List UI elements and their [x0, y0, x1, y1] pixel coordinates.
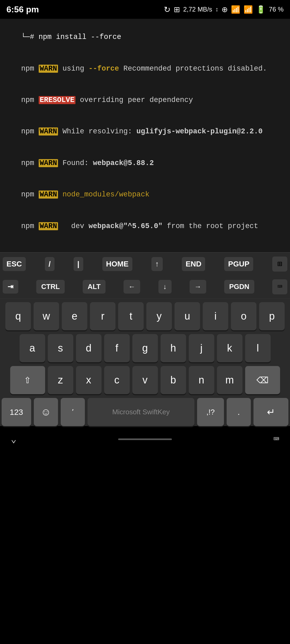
- terminal-line: npm WARN node_modules/webpack: [4, 179, 286, 210]
- comma-key[interactable]: ʼ: [61, 398, 85, 426]
- chevron-down-icon[interactable]: ⌄: [11, 433, 17, 445]
- shift-key[interactable]: ⇧: [10, 366, 45, 394]
- terminal-line: npm WARN Found: webpack@5.88.2: [4, 148, 286, 179]
- key-r[interactable]: r: [90, 302, 115, 330]
- enter-key[interactable]: ↵: [253, 398, 288, 426]
- key-o[interactable]: o: [231, 302, 256, 330]
- alt-key[interactable]: ALT: [83, 280, 106, 294]
- end-key[interactable]: END: [182, 257, 205, 271]
- emoji-key[interactable]: ☺: [34, 398, 58, 426]
- terminal-output[interactable]: └─# npm install --force npm WARN using -…: [0, 19, 290, 252]
- key-l[interactable]: l: [245, 334, 271, 362]
- tab-key[interactable]: ⇥: [3, 280, 18, 294]
- key-w[interactable]: w: [34, 302, 59, 330]
- terminal-line: npm WARN While resolving: uglifyjs-webpa…: [4, 116, 286, 147]
- terminal-line: npm ERESOLVE overriding peer dependency: [4, 85, 286, 116]
- warn-badge: WARN: [39, 65, 58, 73]
- numbers-key[interactable]: 123: [2, 398, 31, 426]
- key-v[interactable]: v: [132, 366, 158, 394]
- key-x[interactable]: x: [76, 366, 102, 394]
- pgup-key[interactable]: PGUP: [224, 257, 253, 271]
- right-arrow-key[interactable]: →: [190, 280, 206, 294]
- terminal-icon: ⊞: [174, 5, 180, 14]
- space-key[interactable]: Microsoft SwiftKey: [88, 398, 194, 426]
- key-e[interactable]: e: [62, 302, 87, 330]
- key-c[interactable]: c: [104, 366, 130, 394]
- key-h[interactable]: h: [161, 334, 186, 362]
- key-u[interactable]: u: [175, 302, 200, 330]
- keyboard-row-3: ⇧ z x c v b n m ⌫: [2, 366, 288, 394]
- network-speed: 2,72 MB/s: [183, 6, 212, 13]
- key-q[interactable]: q: [5, 302, 31, 330]
- backspace-key[interactable]: ⌫: [245, 366, 280, 394]
- key-s[interactable]: s: [48, 334, 73, 362]
- terminal-line: npm WARN using --force Recommended prote…: [4, 53, 286, 84]
- pgdn-key[interactable]: PGDN: [224, 280, 254, 294]
- gps-icon: ⊕: [222, 5, 228, 14]
- prompt-symbol: └─# npm install --force: [21, 33, 121, 41]
- ctrl-key[interactable]: CTRL: [36, 280, 64, 294]
- battery-icon: 🔋: [256, 5, 266, 14]
- up-arrow-key[interactable]: ↑: [151, 257, 163, 271]
- key-g[interactable]: g: [132, 334, 158, 362]
- down-arrow-key[interactable]: ↓: [158, 280, 172, 294]
- key-t[interactable]: t: [118, 302, 144, 330]
- status-bar: 6:56 pm ↻ ⊞ 2,72 MB/s ↕ ⊕ 📶 📶 🔋 76 %: [0, 0, 290, 19]
- key-i[interactable]: i: [203, 302, 228, 330]
- battery-level: 76 %: [269, 6, 284, 13]
- left-arrow-key[interactable]: ←: [124, 280, 140, 294]
- refresh-icon: ↻: [164, 5, 171, 14]
- nav-indicator: [118, 438, 172, 440]
- key-z[interactable]: z: [48, 366, 73, 394]
- home-key[interactable]: HOME: [102, 257, 132, 271]
- key-n[interactable]: n: [189, 366, 214, 394]
- keyboard-row-1: q w e r t y u i o p: [2, 302, 288, 330]
- key-j[interactable]: j: [189, 334, 214, 362]
- terminal-line: npm WARN 15 more (@types/webpack, babel-…: [4, 242, 286, 252]
- pipe-key[interactable]: |: [74, 257, 83, 271]
- period-key[interactable]: .: [227, 398, 251, 426]
- terminal-line: └─# npm install --force: [4, 21, 286, 53]
- esc-key[interactable]: ESC: [3, 257, 26, 271]
- grid-icon[interactable]: ⊞: [272, 257, 287, 272]
- keyboard-settings-icon[interactable]: ⌨: [273, 433, 279, 445]
- status-time: 6:56 pm: [6, 5, 39, 14]
- special-keys-row: ESC / | HOME ↑ END PGUP ⊞: [0, 252, 290, 275]
- keyboard-layout-icon[interactable]: ⌨: [272, 279, 287, 294]
- terminal-line: npm WARN dev webpack@"^5.65.0" from the …: [4, 211, 286, 242]
- special-chars-key[interactable]: ,!?: [197, 398, 224, 426]
- slash-key[interactable]: /: [45, 257, 55, 271]
- key-f[interactable]: f: [104, 334, 130, 362]
- modifier-keys-row: ⇥ CTRL ALT ← ↓ → PGDN ⌨: [0, 275, 290, 298]
- signal-icon: 📶: [244, 5, 253, 14]
- key-y[interactable]: y: [146, 302, 172, 330]
- key-b[interactable]: b: [161, 366, 186, 394]
- key-p[interactable]: p: [259, 302, 285, 330]
- key-m[interactable]: m: [217, 366, 242, 394]
- status-icons: ↻ ⊞ 2,72 MB/s ↕ ⊕ 📶 📶 🔋 76 %: [164, 5, 284, 14]
- keyboard-row-2: a s d f g h j k l: [2, 334, 288, 362]
- key-k[interactable]: k: [217, 334, 242, 362]
- key-d[interactable]: d: [76, 334, 102, 362]
- keyboard-row-4: 123 ☺ ʼ Microsoft SwiftKey ,!? . ↵: [2, 398, 288, 426]
- wifi-icon: 📶: [231, 5, 240, 14]
- bottom-bar: ⌄ ⌨: [0, 430, 290, 449]
- keyboard: q w e r t y u i o p a s d f g h j k l ⇧ …: [0, 298, 290, 426]
- eresolve-badge: ERESOLVE: [39, 96, 76, 104]
- network-arrow-icon: ↕: [215, 6, 218, 13]
- key-a[interactable]: a: [20, 334, 45, 362]
